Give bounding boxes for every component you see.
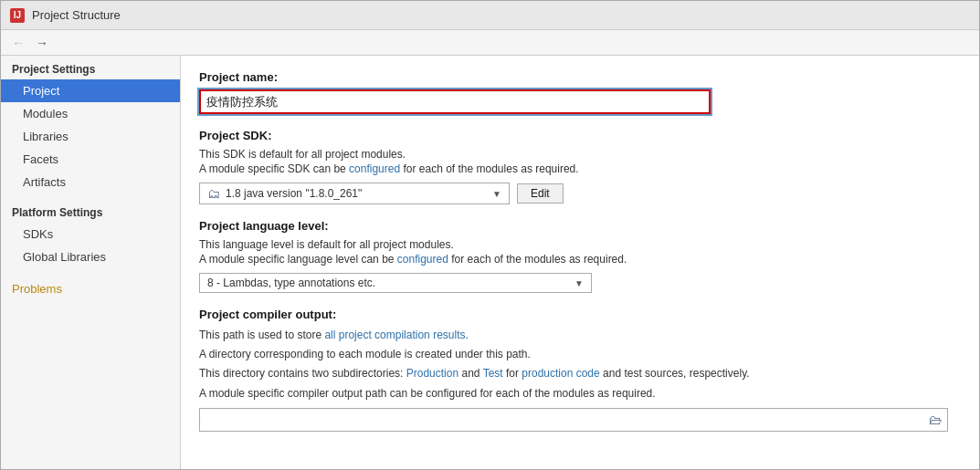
sidebar-item-sdks[interactable]: SDKs (1, 223, 180, 245)
toolbar: ← → (1, 30, 979, 56)
language-dropdown[interactable]: 8 - Lambdas, type annotations etc. ▼ (199, 273, 592, 293)
platform-settings-section: Platform Settings (1, 199, 180, 223)
sdk-icon: 🗂 (207, 186, 220, 201)
sidebar-item-libraries[interactable]: Libraries (1, 125, 180, 148)
sdk-value: 1.8 java version "1.8.0_261" (226, 187, 362, 200)
project-name-group: Project name: (199, 70, 961, 114)
sidebar-item-project[interactable]: Project (1, 79, 180, 102)
project-name-label: Project name: (199, 70, 961, 84)
sidebar-item-artifacts[interactable]: Artifacts (1, 171, 180, 193)
project-sdk-label: Project SDK: (199, 129, 961, 142)
project-sdk-group: Project SDK: This SDK is default for all… (199, 129, 961, 204)
language-level-group: Project language level: This language le… (199, 219, 961, 293)
sdk-edit-button[interactable]: Edit (517, 183, 564, 204)
window-title: Project Structure (32, 8, 121, 22)
sidebar-item-problems[interactable]: Problems (1, 277, 180, 300)
sdk-desc2: A module specific SDK can be configured … (199, 162, 961, 175)
sdk-row: 🗂 1.8 java version "1.8.0_261" ▼ Edit (199, 183, 961, 204)
compiler-desc4: A module specific compiler output path c… (199, 385, 961, 402)
project-settings-section: Project Settings (1, 56, 180, 79)
sdk-desc1: This SDK is default for all project modu… (199, 148, 961, 161)
language-row: 8 - Lambdas, type annotations etc. ▼ (199, 273, 961, 293)
main-content: Project Settings Project Modules Librari… (1, 56, 979, 469)
project-name-input[interactable] (199, 89, 711, 114)
sidebar: Project Settings Project Modules Librari… (1, 56, 181, 469)
language-value: 8 - Lambdas, type annotations etc. (207, 277, 375, 289)
sidebar-item-facets[interactable]: Facets (1, 148, 180, 171)
compiler-folder-icon[interactable]: 🗁 (929, 413, 942, 427)
sidebar-item-modules[interactable]: Modules (1, 102, 180, 125)
sidebar-item-global-libraries[interactable]: Global Libraries (1, 245, 180, 268)
language-desc2: A module specific language level can be … (199, 253, 961, 266)
compiler-output-group: Project compiler output: This path is us… (199, 308, 961, 432)
forward-button[interactable]: → (32, 34, 52, 52)
content-panel: Project name: Project SDK: This SDK is d… (181, 56, 979, 469)
sdk-dropdown-arrow-icon: ▼ (492, 189, 501, 199)
project-structure-window: IJ Project Structure ← → Project Setting… (0, 0, 980, 470)
compiler-desc1: This path is used to store all project c… (199, 327, 961, 344)
compiler-desc3: This directory contains two subdirectori… (199, 365, 961, 382)
compiler-output-label: Project compiler output: (199, 308, 961, 321)
language-level-label: Project language level: (199, 219, 961, 233)
sdk-dropdown[interactable]: 🗂 1.8 java version "1.8.0_261" ▼ (199, 183, 510, 204)
compiler-output-field: 🗁 (199, 408, 948, 432)
language-dropdown-arrow-icon: ▼ (574, 278, 584, 288)
compiler-desc2: A directory corresponding to each module… (199, 346, 961, 363)
app-logo: IJ (10, 8, 25, 23)
title-bar: IJ Project Structure (1, 1, 979, 30)
back-button[interactable]: ← (8, 34, 28, 52)
logo-text: IJ (14, 10, 21, 20)
language-desc1: This language level is default for all p… (199, 238, 961, 251)
